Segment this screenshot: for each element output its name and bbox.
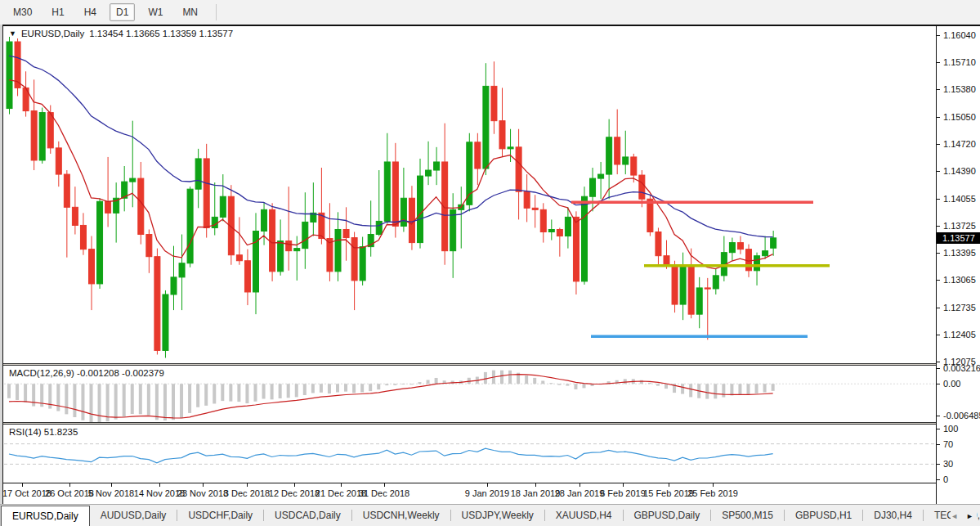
macd-histogram-bar: [541, 380, 544, 384]
date-label: 15 Feb 2019: [643, 488, 694, 498]
candle-bear: [105, 201, 111, 213]
chart-tab-xauusd[interactable]: XAUUSD,H4: [545, 505, 623, 526]
date-label: 23 Nov 2018: [177, 488, 228, 498]
date-tick: [111, 483, 112, 487]
chart-tab-gbpusd[interactable]: GBPUSD,Daily: [624, 505, 711, 526]
chart-tab-usdchf[interactable]: USDCHF,Daily: [177, 505, 263, 526]
candlestick-chart[interactable]: [4, 26, 936, 363]
macd-histogram-bar: [656, 384, 660, 385]
candle-bull: [360, 247, 365, 281]
macd-histogram-bar: [180, 384, 183, 418]
candle-bull: [163, 294, 168, 350]
macd-histogram-bar: [360, 384, 364, 392]
macd-histogram-bar: [533, 378, 536, 384]
candle-bull: [179, 263, 185, 277]
macd-histogram-bar: [81, 384, 84, 420]
rsi-chart[interactable]: [4, 425, 936, 483]
candle-bull: [771, 238, 776, 248]
axis-tick: [937, 362, 940, 362]
macd-histogram-bar: [574, 384, 577, 389]
rsi-pane[interactable]: RSI(14) 51.8235: [4, 425, 936, 483]
time-axis[interactable]: 17 Oct 201826 Oct 20185 Nov 201814 Nov 2…: [0, 483, 936, 504]
candle-bear: [138, 178, 144, 234]
timeframe-button-d1[interactable]: D1: [110, 3, 135, 21]
macd-histogram-bar: [131, 384, 134, 414]
macd-histogram-bar: [188, 384, 191, 413]
candle-bull: [598, 174, 604, 178]
macd-histogram-bar: [245, 384, 248, 403]
price-tick-label: 1.15710: [943, 57, 976, 67]
candle-bull: [754, 256, 760, 271]
candle-bear: [146, 235, 152, 257]
date-tick: [69, 483, 70, 487]
price-tick-label: 1.14720: [943, 139, 976, 149]
macd-histogram-bar: [525, 375, 528, 384]
candle-bull: [220, 196, 226, 217]
price-chart-pane[interactable]: ▼ EURUSD,Daily 1.13454 1.13665 1.13359 1…: [4, 26, 936, 363]
candle-bear: [270, 209, 275, 271]
tab-scroll-right-icon[interactable]: ►: [966, 512, 973, 520]
axis-tick: [937, 89, 940, 90]
macd-histogram-bar: [163, 384, 167, 420]
date-tick: [247, 483, 248, 487]
macd-pane[interactable]: MACD(12,26,9) -0.001208 -0.002379: [4, 366, 936, 422]
candle-bull: [212, 217, 217, 227]
macd-histogram-bar: [204, 384, 208, 406]
candle-bear: [557, 229, 562, 236]
candle-bull: [483, 86, 489, 169]
rsi-line: [9, 448, 773, 463]
candle-bear: [664, 256, 669, 265]
rsi-tick-label: 70: [943, 439, 953, 449]
date-label: 25 Feb 2019: [687, 488, 738, 498]
candle-bull: [376, 221, 382, 234]
candle-bear: [89, 250, 95, 284]
rsi-tick-label: 0: [943, 474, 948, 484]
timeframe-button-h4[interactable]: H4: [78, 3, 103, 21]
chart-tab-usdcad[interactable]: USDCAD,Daily: [264, 505, 351, 526]
timeframe-button-w1[interactable]: W1: [141, 3, 169, 21]
price-tick-label: 1.12735: [943, 303, 976, 312]
macd-histogram-bar: [566, 384, 569, 385]
price-tick-label: 1.13395: [943, 248, 976, 258]
timeframe-button-h1[interactable]: H1: [45, 3, 70, 21]
tab-scroll-left-icon[interactable]: ◄: [951, 512, 958, 520]
axis-tick: [937, 335, 940, 335]
timeframe-button-mn[interactable]: MN: [176, 3, 204, 21]
collapse-ohlc-arrow[interactable]: ▼: [9, 29, 16, 38]
candle-bull: [434, 162, 440, 170]
axis-tick: [937, 368, 940, 369]
price-axis[interactable]: 1.160401.157101.153801.150501.147201.143…: [936, 26, 980, 504]
chart-tab-dj30[interactable]: DJ30,H4: [863, 505, 923, 526]
chart-tab-audusd[interactable]: AUDUSD,Daily: [90, 505, 177, 526]
chart-tab-bar: EURUSD,DailyAUDUSD,DailyUSDCHF,DailyUSDC…: [0, 504, 980, 526]
candle-bull: [508, 147, 513, 149]
macd-histogram-bar: [648, 383, 651, 384]
macd-histogram-bar: [295, 384, 298, 397]
macd-histogram-bar: [435, 378, 438, 384]
macd-histogram-bar: [271, 384, 274, 399]
chart-tab-sp500[interactable]: SP500,M15: [711, 505, 784, 526]
macd-histogram-bar: [705, 384, 709, 398]
candle-bull: [696, 288, 702, 314]
macd-histogram-bar: [352, 384, 356, 393]
ma-slow-line[interactable]: [9, 56, 773, 237]
candle-bull: [7, 42, 12, 109]
chart-tab-gbpusd[interactable]: GBPUSD,H1: [785, 505, 862, 526]
chart-tab-eurusd[interactable]: EURUSD,Daily: [1, 506, 90, 526]
chart-tab-usdcnh[interactable]: USDCNH,Weekly: [352, 505, 450, 526]
timeframe-button-m30[interactable]: M30: [7, 3, 38, 21]
tabs: EURUSD,DailyAUDUSD,DailyUSDCHF,DailyUSDC…: [1, 505, 980, 526]
date-tick: [384, 483, 385, 487]
macd-histogram-bar: [344, 384, 347, 391]
candle-bull: [418, 176, 423, 243]
date-tick: [203, 483, 204, 487]
axis-tick: [937, 144, 940, 145]
candle-bear: [475, 142, 481, 169]
rsi-tick-label: 30: [943, 459, 953, 469]
chart-tab-usdjpy[interactable]: USDJPY,Weekly: [451, 505, 544, 526]
candle-bear: [286, 241, 292, 251]
candle-bear: [499, 121, 505, 149]
candle-bull: [195, 159, 201, 189]
date-tick: [579, 483, 580, 487]
date-label: 28 Jan 2019: [555, 488, 605, 498]
